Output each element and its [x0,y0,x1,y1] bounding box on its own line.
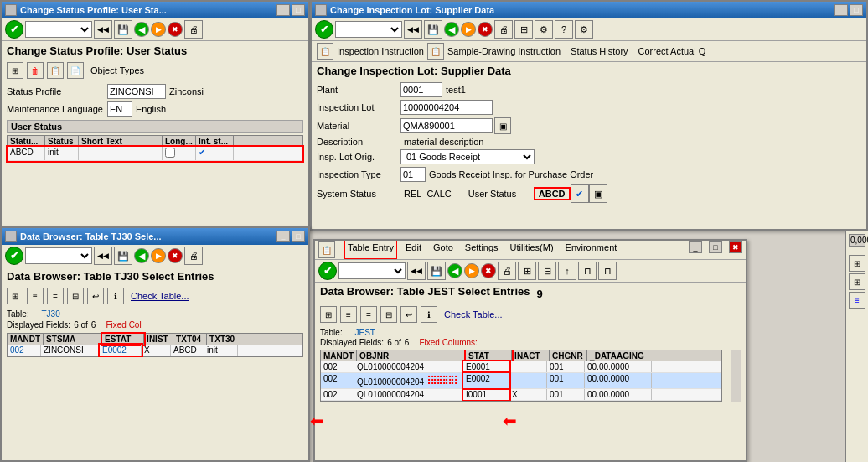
win4-menu-table-entry[interactable]: Table Entry [345,241,396,258]
win4-find2-btn[interactable]: ⊟ [538,262,556,280]
win2-nav-fwd-btn[interactable]: ▶ [461,22,476,37]
win4-cancel-btn[interactable]: ✖ [481,263,496,278]
win4-menu-goto[interactable]: Goto [431,241,456,258]
win2-material-input[interactable] [400,118,493,133]
win2-user-status-confirm[interactable]: ✔ [571,184,589,203]
win4-table-row-3[interactable]: 002 QL010000004204 I0001 X 001 00.00.000… [321,389,721,401]
win2-insp-instruction-label[interactable]: Inspection Instruction [337,46,424,56]
win2-material-lookup[interactable]: ▣ [494,117,511,134]
win3-back-btn[interactable]: ◀◀ [94,247,112,265]
win2-insp-icon[interactable]: 📋 [317,43,333,60]
win2-confirm-btn[interactable]: ✔ [315,20,333,39]
win3-btn1[interactable]: ⊞ [7,288,23,304]
win1-status-profile-input[interactable] [107,84,166,99]
win2-extra-btn[interactable]: ⚙ [575,20,593,39]
win3-btn4[interactable]: ⊟ [67,288,84,304]
win2-save-btn[interactable]: 💾 [424,20,442,39]
win4-check-table-btn[interactable]: Check Table... [444,309,503,319]
win4-menu-edit[interactable]: Edit [403,241,424,258]
win2-plant-input[interactable] [400,82,442,97]
win4-menu-icon[interactable]: 📋 [318,241,335,258]
win4-table-row-2[interactable]: 002 QL010000004204 ⠿⠿⠿⠿⠿ E0002 001 00.00… [321,373,721,389]
win2-insp-lot-orig-select[interactable]: 01 Goods Receipt [400,149,535,164]
win1-nav-back-btn[interactable]: ◀ [134,22,149,37]
win2-user-status-action[interactable]: ▣ [589,184,607,203]
win2-minimize[interactable]: _ [834,4,848,16]
win1-minimize[interactable]: _ [276,4,290,16]
win4-back-btn[interactable]: ◀◀ [407,262,426,280]
win2-cancel-btn[interactable]: ✖ [478,22,493,37]
win4-menu-settings[interactable]: Settings [462,241,501,258]
win4-print-btn[interactable]: 🖨 [498,262,516,280]
win1-confirm-btn[interactable]: ✔ [5,20,23,39]
win2-correct-actual-label[interactable]: Correct Actual Q [638,46,706,56]
win3-table-row-1[interactable]: 002 ZINCONSI E0002 X ABCD init [8,345,302,356]
win4-btn5[interactable]: ↩ [400,306,417,323]
win3-btn2[interactable]: ≡ [27,288,44,304]
win3-maximize[interactable]: □ [292,231,305,242]
win1-layout-btn[interactable]: ⊞ [7,62,23,79]
win4-btn4[interactable]: ⊟ [380,306,397,323]
win4-minimize[interactable]: _ [689,241,702,253]
win4-btn3[interactable]: = [360,306,377,323]
win4-copy2-btn[interactable]: ⊓ [598,262,617,280]
win2-nav-back-btn[interactable]: ◀ [444,22,459,37]
win2-sample-drawing-label[interactable]: Sample-Drawing Instruction [447,46,561,56]
win1-save-btn[interactable]: 💾 [114,20,132,39]
win4-menu-environment[interactable]: Environment [563,241,620,258]
win2-status-history-label[interactable]: Status History [571,46,628,56]
win4-btn6[interactable]: ℹ [421,306,437,323]
win3-btn3[interactable]: = [47,288,64,304]
win2-back-btn[interactable]: ◀◀ [404,20,422,39]
win2-insp-lot-input[interactable] [400,100,493,115]
win4-nav-fwd-btn[interactable]: ▶ [464,263,479,278]
win3-save-btn[interactable]: 💾 [114,247,132,265]
win1-nav-fwd-btn[interactable]: ▶ [151,22,166,37]
win4-maximize[interactable]: □ [709,241,722,253]
win3-btn6[interactable]: ℹ [107,288,124,304]
win4-confirm-btn[interactable]: ✔ [318,262,337,280]
win3-btn5[interactable]: ↩ [87,288,104,304]
win1-cancel-btn[interactable]: ✖ [168,22,183,37]
win3-check-table-btn[interactable]: Check Table... [131,291,189,301]
win1-table-row-1[interactable]: ABCD init ✔ [8,147,302,161]
win3-nav-back-btn[interactable]: ◀ [134,248,149,263]
win4-find1-btn[interactable]: ⊞ [518,262,536,280]
win4-close[interactable]: ✖ [729,241,742,253]
win1-nav-select[interactable] [25,21,92,38]
win3-cancel-btn[interactable]: ✖ [168,248,183,263]
win4-menu-utilities[interactable]: Utilities(M) [508,241,556,258]
win4-nav-back-btn[interactable]: ◀ [447,263,462,278]
win4-copy1-btn[interactable]: ⊓ [578,262,597,280]
win3-nav-fwd-btn[interactable]: ▶ [151,248,166,263]
win1-long-checkbox[interactable] [165,148,175,158]
win2-print-btn[interactable]: 🖨 [494,20,513,39]
win1-delete-btn[interactable]: 🗑 [27,62,44,79]
win3-confirm-btn[interactable]: ✔ [5,247,23,265]
right-panel-btn3[interactable]: ≡ [849,292,865,309]
win2-gear-btn[interactable]: ⚙ [535,20,553,39]
win2-find-btn[interactable]: ⊞ [514,20,533,39]
win4-save-btn[interactable]: 💾 [427,262,446,280]
win1-maximize[interactable]: □ [292,4,305,16]
win1-copy-btn[interactable]: 📋 [47,62,64,79]
win2-insp-type-input[interactable] [400,167,426,182]
win4-scrollbar[interactable] [731,350,741,402]
right-panel-btn2[interactable]: ⊞ [849,273,865,290]
win2-nav-select[interactable] [335,21,402,38]
win4-table-row-1[interactable]: 002 QL010000004204 E0001 001 00.00.0000 [321,361,721,373]
win3-minimize[interactable]: _ [276,231,290,242]
win4-btn1[interactable]: ⊞ [320,306,337,323]
win2-help-btn[interactable]: ? [555,20,573,39]
win4-btn2[interactable]: ≡ [340,306,357,323]
win1-obj-types-btn[interactable]: 📄 [67,62,84,79]
win1-print-btn[interactable]: 🖨 [184,20,203,39]
win1-back-btn[interactable]: ◀◀ [94,20,112,39]
win2-sample-icon[interactable]: 📋 [427,43,444,60]
right-panel-btn1[interactable]: ⊞ [849,255,865,272]
win4-nav-select[interactable] [338,262,406,279]
win4-up-btn[interactable]: ↑ [558,262,576,280]
win1-maint-lang-input[interactable] [107,101,132,117]
win3-print-btn[interactable]: 🖨 [184,247,203,265]
win3-nav-select[interactable] [25,247,92,264]
